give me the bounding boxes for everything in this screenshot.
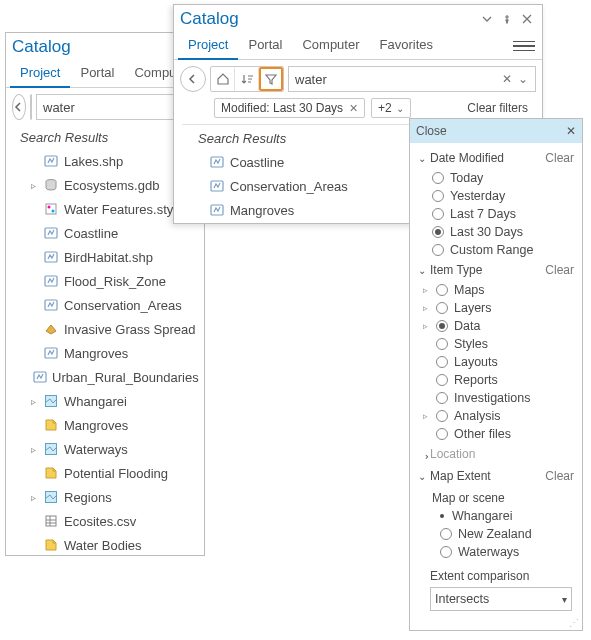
radio-option[interactable]: ▹Layers [416, 299, 576, 317]
radio-option[interactable]: Layouts [416, 353, 576, 371]
close-label[interactable]: Close [416, 124, 447, 138]
result-item[interactable]: ▹Waterways [10, 437, 200, 461]
resize-grip-icon[interactable]: ⋰ [569, 619, 579, 627]
section-date-modified[interactable]: ⌄ Date Modified Clear [416, 147, 576, 169]
radio-option[interactable]: New Zealand [416, 525, 576, 543]
expand-caret-icon[interactable]: ▹ [420, 411, 430, 421]
radio-label: Custom Range [450, 243, 533, 257]
tab-favorites[interactable]: Favorites [370, 33, 443, 60]
chevron-down-icon: ▾ [562, 594, 567, 605]
radio-option[interactable]: Whangarei [416, 507, 576, 525]
map-icon [43, 393, 59, 409]
back-button[interactable] [12, 94, 26, 120]
feature-class-icon [43, 249, 59, 265]
radio-option[interactable]: ▹Maps [416, 281, 576, 299]
result-item[interactable]: Flood_Risk_Zone [10, 269, 200, 293]
tab-project[interactable]: Project [10, 61, 70, 88]
section-location[interactable]: ⌄ Location [416, 443, 576, 465]
svg-point-3 [48, 206, 51, 209]
tab-project[interactable]: Project [178, 33, 238, 60]
chip-remove-icon[interactable]: ✕ [349, 102, 358, 115]
float-button[interactable] [478, 10, 496, 28]
svg-rect-14 [46, 516, 56, 526]
result-item[interactable]: Conservation_Areas [10, 293, 200, 317]
item-label: Mangroves [230, 203, 294, 218]
home-button[interactable] [31, 95, 32, 119]
close-icon[interactable]: ✕ [566, 124, 576, 138]
section-map-extent[interactable]: ⌄ Map Extent Clear [416, 465, 576, 487]
tab-portal[interactable]: Portal [70, 61, 124, 88]
radio-option[interactable]: ▹Data [416, 317, 576, 335]
radio-option[interactable]: Waterways [416, 543, 576, 561]
radio-icon [436, 338, 448, 350]
expander-icon[interactable]: ▹ [28, 396, 38, 407]
filter-button[interactable] [259, 67, 283, 91]
item-label: Flood_Risk_Zone [64, 274, 166, 289]
radio-option[interactable]: Other files [416, 425, 576, 443]
radio-option[interactable]: Reports [416, 371, 576, 389]
extent-comparison-select[interactable]: Intersects ▾ [430, 587, 572, 611]
clear-link[interactable]: Clear [545, 151, 574, 165]
radio-option[interactable]: Investigations [416, 389, 576, 407]
result-item[interactable]: Ecosites.csv [10, 509, 200, 533]
result-item[interactable]: BirdHabitat.shp [10, 245, 200, 269]
radio-label: Reports [454, 373, 498, 387]
popover-header: Close ✕ [410, 119, 582, 143]
radio-option[interactable]: Last 7 Days [416, 205, 576, 223]
result-item[interactable]: ▹Regions [10, 485, 200, 509]
radio-option[interactable]: Styles [416, 335, 576, 353]
home-button[interactable] [211, 67, 235, 91]
sort-button[interactable] [235, 67, 259, 91]
menu-button[interactable] [510, 32, 538, 60]
expander-icon[interactable]: ▹ [28, 492, 38, 503]
section-item-type[interactable]: ⌄ Item Type Clear [416, 259, 576, 281]
filter-chip-more[interactable]: +2 ⌄ [371, 98, 411, 118]
result-item[interactable]: Water Features.stylx [10, 197, 200, 221]
radio-option[interactable]: Today [416, 169, 576, 187]
item-label: Lakes.shp [64, 154, 123, 169]
expander-icon[interactable]: ▹ [28, 444, 38, 455]
chevron-down-icon[interactable]: ⌄ [515, 72, 531, 86]
expand-caret-icon[interactable]: ▹ [420, 303, 430, 313]
result-item[interactable]: Water Bodies [10, 533, 200, 557]
clear-link[interactable]: Clear [545, 263, 574, 277]
radio-option[interactable]: Last 30 Days [416, 223, 576, 241]
filter-chip-modified[interactable]: Modified: Last 30 Days ✕ [214, 98, 365, 118]
clear-search-icon[interactable]: ✕ [499, 72, 515, 86]
feature-class-icon [43, 153, 59, 169]
close-button[interactable] [518, 10, 536, 28]
result-item[interactable]: ▹Ecosystems.gdb [10, 173, 200, 197]
style-file-icon [43, 201, 59, 217]
result-item[interactable]: Lakes.shp [10, 149, 200, 173]
item-label: Urban_Rural_Boundaries [52, 370, 199, 385]
back-button[interactable] [180, 66, 206, 92]
radio-icon [432, 244, 444, 256]
pin-button[interactable] [498, 10, 516, 28]
result-item[interactable]: Potential Flooding [10, 461, 200, 485]
tab-portal[interactable]: Portal [238, 33, 292, 60]
search-box[interactable]: ✕ ⌄ [288, 66, 536, 92]
radio-label: Waterways [458, 545, 519, 559]
radio-option[interactable]: ▹Analysis [416, 407, 576, 425]
tab-computer[interactable]: Computer [292, 33, 369, 60]
expander-icon[interactable]: ▹ [28, 180, 38, 191]
expand-caret-icon[interactable]: ▹ [420, 285, 430, 295]
result-item[interactable]: Mangroves [10, 413, 200, 437]
result-item[interactable]: Coastline [10, 221, 200, 245]
item-label: Conservation_Areas [64, 298, 182, 313]
feature-class-icon [43, 225, 59, 241]
clear-filters-link[interactable]: Clear filters [467, 101, 534, 115]
expand-caret-icon[interactable]: ▹ [420, 321, 430, 331]
item-label: Potential Flooding [64, 466, 168, 481]
radio-label: Whangarei [452, 509, 512, 523]
result-item[interactable]: ▹Whangarei [10, 389, 200, 413]
result-item[interactable]: Urban_Rural_Boundaries [10, 365, 200, 389]
radio-option[interactable]: Custom Range [416, 241, 576, 259]
result-item[interactable]: Mangroves [10, 341, 200, 365]
clear-link[interactable]: Clear [545, 469, 574, 483]
svg-point-4 [52, 210, 55, 213]
geodatabase-icon [43, 177, 59, 193]
radio-option[interactable]: Yesterday [416, 187, 576, 205]
result-item[interactable]: Invasive Grass Spread [10, 317, 200, 341]
search-input[interactable] [293, 71, 499, 88]
